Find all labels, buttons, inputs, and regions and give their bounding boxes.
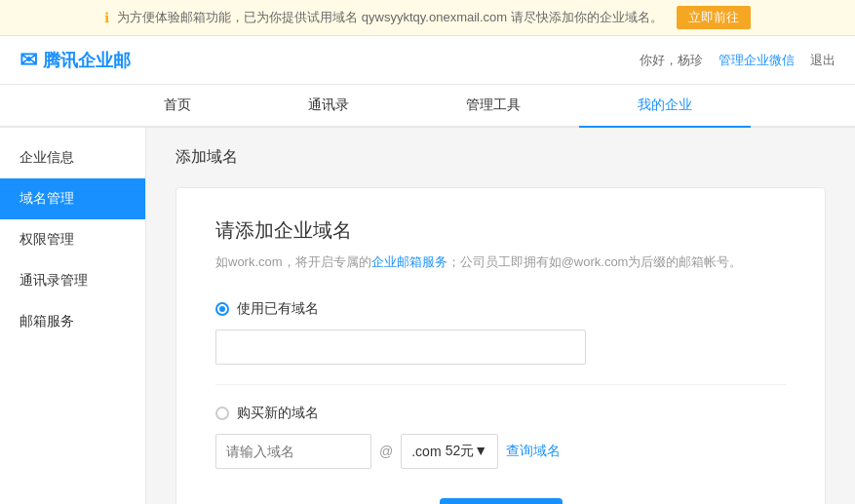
- sidebar-item-company-info[interactable]: 企业信息: [0, 137, 145, 178]
- domain-card-desc: 如work.com，将开启专属的企业邮箱服务；公司员工即拥有如@work.com…: [215, 253, 786, 271]
- at-sign: @: [379, 444, 393, 459]
- page-title: 添加域名: [175, 147, 826, 168]
- com-value: .com: [411, 444, 441, 459]
- sidebar-item-permission-manage[interactable]: 权限管理: [0, 219, 145, 260]
- section-divider: [215, 384, 786, 385]
- nav-item-my-company[interactable]: 我的企业: [579, 85, 751, 128]
- new-domain-input[interactable]: [215, 434, 371, 469]
- header: ✉ 腾讯企业邮 你好，杨珍 管理企业微信 退出: [0, 36, 855, 85]
- nav-item-home[interactable]: 首页: [105, 85, 250, 128]
- greeting-text: 你好，杨珍: [640, 52, 703, 69]
- sidebar-item-contacts-manage[interactable]: 通讯录管理: [0, 260, 145, 301]
- main-content: 添加域名 请添加企业域名 如work.com，将开启专属的企业邮箱服务；公司员工…: [146, 128, 855, 504]
- option-buy-new: 购买新的域名 @ .com 52元▼ 查询域名: [215, 405, 786, 469]
- exit-link[interactable]: 退出: [810, 52, 836, 69]
- logo-icon: ✉: [19, 48, 37, 73]
- price-label: 52元▼: [446, 443, 487, 460]
- nav-item-contacts[interactable]: 通讯录: [250, 85, 408, 128]
- sidebar-item-mailbox-service[interactable]: 邮箱服务: [0, 301, 145, 342]
- query-domain-button[interactable]: 查询域名: [506, 443, 561, 460]
- notice-icon: ℹ: [104, 10, 109, 25]
- domain-card-title: 请添加企业域名: [215, 217, 786, 244]
- notice-bar: ℹ 为方便体验邮箱功能，已为你提供试用域名 qywsyyktqy.onexmai…: [0, 0, 855, 36]
- next-button[interactable]: 下一步: [440, 498, 563, 504]
- domain-card: 请添加企业域名 如work.com，将开启专属的企业邮箱服务；公司员工即拥有如@…: [175, 187, 826, 504]
- notice-go-button[interactable]: 立即前往: [677, 6, 751, 29]
- notice-text: 为方便体验邮箱功能，已为你提供试用域名 qywsyyktqy.onexmail.…: [117, 9, 663, 26]
- logo-text: 腾讯企业邮: [43, 49, 131, 72]
- desc-link: 企业邮箱服务: [371, 254, 447, 269]
- com-select[interactable]: .com 52元▼: [401, 434, 498, 469]
- main-nav: 首页 通讯录 管理工具 我的企业: [0, 85, 855, 128]
- header-right: 你好，杨珍 管理企业微信 退出: [640, 52, 836, 69]
- buy-domain-row: @ .com 52元▼ 查询域名: [215, 434, 786, 469]
- option1-label-text: 使用已有域名: [237, 300, 319, 318]
- next-btn-row: 下一步: [215, 498, 786, 504]
- nav-item-manage-tools[interactable]: 管理工具: [408, 85, 579, 128]
- radio-buy-circle[interactable]: [215, 407, 229, 420]
- logo: ✉ 腾讯企业邮: [19, 48, 131, 73]
- manage-enterprise-link[interactable]: 管理企业微信: [719, 52, 795, 69]
- main-layout: 企业信息 域名管理 权限管理 通讯录管理 邮箱服务 添加域名 请添加企业域名 如…: [0, 128, 855, 504]
- desc-prefix: 如work.com，将开启专属的: [215, 254, 371, 269]
- existing-domain-input[interactable]: [215, 330, 586, 365]
- desc-suffix: ；公司员工即拥有如@work.com为后缀的邮箱帐号。: [447, 254, 743, 269]
- sidebar-item-domain-manage[interactable]: 域名管理: [0, 178, 145, 219]
- option-use-existing: 使用已有域名: [215, 300, 786, 365]
- option2-label-text: 购买新的域名: [237, 405, 319, 422]
- radio-existing-circle[interactable]: [215, 302, 229, 316]
- sidebar: 企业信息 域名管理 权限管理 通讯录管理 邮箱服务: [0, 128, 146, 504]
- option1-label[interactable]: 使用已有域名: [215, 300, 786, 318]
- option2-label[interactable]: 购买新的域名: [215, 405, 786, 422]
